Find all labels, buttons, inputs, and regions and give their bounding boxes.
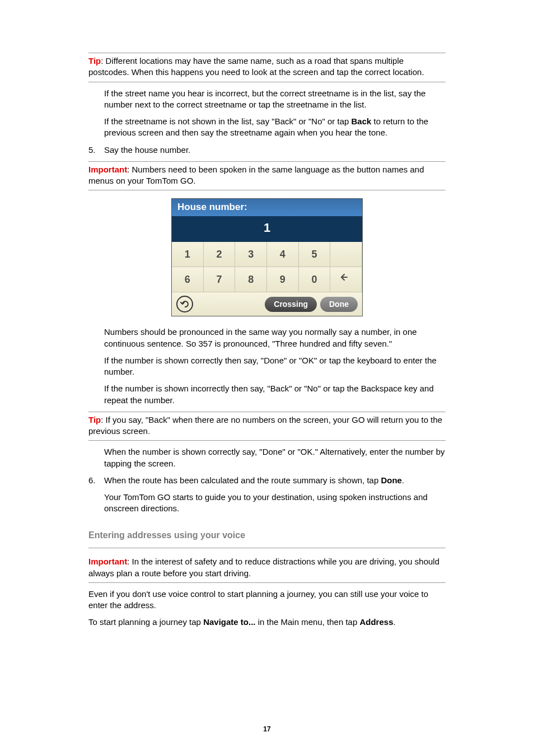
screen-title: House number: <box>172 199 362 216</box>
important-callout: Important: In the interest of safety and… <box>88 554 446 583</box>
text: . <box>393 617 395 627</box>
key-0[interactable]: 0 <box>299 267 331 292</box>
house-number-screen: House number: 1 1 2 3 4 5 6 7 8 9 0 <box>171 198 363 316</box>
step-5: 5. Say the house number. <box>88 144 446 156</box>
key-1[interactable]: 1 <box>172 242 204 267</box>
paragraph: Numbers should be pronounced in the same… <box>104 326 446 349</box>
text: To start planning a journey tap <box>88 617 203 627</box>
paragraph: If the street name you hear is incorrect… <box>104 88 446 111</box>
key-5[interactable]: 5 <box>299 242 331 267</box>
paragraph: To start planning a journey tap Navigate… <box>88 617 446 628</box>
screenshot-figure: House number: 1 1 2 3 4 5 6 7 8 9 0 <box>88 198 446 316</box>
key-6[interactable]: 6 <box>172 267 204 292</box>
important-text: : In the interest of safety and to reduc… <box>88 557 439 577</box>
important-label: Important <box>88 165 127 174</box>
keypad: 1 2 3 4 5 6 7 8 9 0 <box>172 242 362 293</box>
key-7[interactable]: 7 <box>204 267 236 292</box>
key-9[interactable]: 9 <box>267 267 299 292</box>
bold-text: Navigate to... <box>203 617 255 627</box>
paragraph: Even if you don't use voice control to s… <box>88 589 446 612</box>
bold-text: Done <box>381 475 402 485</box>
backspace-icon <box>340 273 352 282</box>
paragraph: If the number is shown correctly then sa… <box>104 355 446 378</box>
number-display: 1 <box>172 216 362 242</box>
step-6: 6. When the route has been calculated an… <box>88 475 446 486</box>
crossing-button[interactable]: Crossing <box>265 297 317 312</box>
document-page: Tip: Different locations may have the sa… <box>0 0 534 756</box>
key-8[interactable]: 8 <box>235 267 267 292</box>
important-callout: Important: Numbers need to been spoken i… <box>88 161 446 191</box>
screen-footer: Crossing Done <box>172 292 362 316</box>
tip-callout: Tip: Different locations may have the sa… <box>88 53 446 82</box>
tip-label: Tip <box>88 415 101 424</box>
text: in the Main menu, then tap <box>256 617 360 627</box>
back-arrow-icon <box>180 300 189 308</box>
text: If the streetname is not shown in the li… <box>104 116 352 126</box>
section-heading: Entering addresses using your voice <box>88 529 446 542</box>
text: . <box>402 475 404 485</box>
tip-text: : If you say, "Back" when there are no n… <box>88 415 442 436</box>
step-body: Say the house number. <box>104 144 446 156</box>
key-3[interactable]: 3 <box>235 242 267 267</box>
paragraph: Your TomTom GO starts to guide you to yo… <box>104 492 446 515</box>
tip-label: Tip <box>88 56 101 66</box>
done-button[interactable]: Done <box>320 297 358 312</box>
important-label: Important <box>88 557 127 566</box>
paragraph: If the number is shown incorrectly then … <box>104 383 446 406</box>
key-2[interactable]: 2 <box>204 242 236 267</box>
paragraph: If the streetname is not shown in the li… <box>104 116 446 139</box>
bold-text: Address <box>359 617 393 627</box>
text: When the route has been calculated and t… <box>104 475 381 485</box>
tip-callout: Tip: If you say, "Back" when there are n… <box>88 412 446 441</box>
back-button[interactable] <box>176 296 193 312</box>
divider <box>88 548 446 548</box>
bold-text: Back <box>352 116 372 126</box>
step-number: 6. <box>88 475 104 486</box>
step-number: 5. <box>88 144 104 156</box>
key-blank <box>330 242 362 267</box>
important-text: : Numbers need to been spoken in the sam… <box>88 165 424 185</box>
step-body: When the route has been calculated and t… <box>104 475 446 486</box>
key-backspace[interactable] <box>330 267 362 292</box>
page-number: 17 <box>0 725 534 734</box>
key-4[interactable]: 4 <box>267 242 299 267</box>
tip-text: : Different locations may have the same … <box>88 56 424 77</box>
paragraph: When the number is shown correctly say, … <box>104 446 446 469</box>
